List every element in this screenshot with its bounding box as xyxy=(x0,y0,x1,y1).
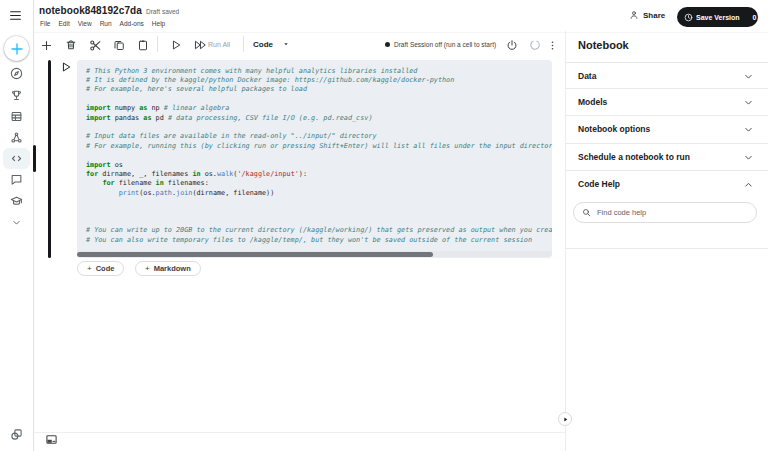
rp-section-label: Code Help xyxy=(578,179,620,189)
run-all-label[interactable]: Run All xyxy=(208,41,230,48)
rp-section-models[interactable]: Models xyxy=(578,89,754,115)
caret-down-icon[interactable] xyxy=(282,40,290,48)
draft-status: Draft saved xyxy=(146,8,179,15)
left-sidebar xyxy=(0,31,33,451)
save-version-label: Save Version xyxy=(696,14,740,21)
code-cell[interactable]: # This Python 3 environment comes with m… xyxy=(77,60,552,258)
kebab-menu-icon[interactable] xyxy=(544,37,560,53)
chevron-down-icon xyxy=(743,97,754,108)
version-count[interactable]: 0 xyxy=(749,14,762,21)
panel-collapse-handle[interactable] xyxy=(558,412,572,426)
toolbar-divider-2 xyxy=(243,36,244,52)
right-panel-divider xyxy=(565,31,566,451)
add-code-button[interactable]: +Code xyxy=(77,261,124,276)
save-version-button[interactable]: Save Version 0 xyxy=(677,7,758,27)
header-border xyxy=(33,32,768,33)
app-header: notebook848192c7da Draft saved FileEditV… xyxy=(0,0,768,31)
sidebar-item-learn[interactable] xyxy=(0,191,33,212)
cut-cell-icon[interactable] xyxy=(87,37,103,53)
discussions-icon xyxy=(10,173,23,186)
paste-cell-icon[interactable] xyxy=(135,37,151,53)
rp-section-code-help[interactable]: Code Help xyxy=(578,171,754,197)
sidebar-item-competitions[interactable] xyxy=(0,85,33,106)
share-icon xyxy=(629,10,639,20)
code-icon xyxy=(10,152,23,165)
menu-item-add-ons[interactable]: Add-ons xyxy=(120,20,144,27)
run-all-icon[interactable] xyxy=(192,37,208,53)
search-input[interactable] xyxy=(597,208,727,217)
active-events-icon[interactable] xyxy=(10,428,23,441)
rp-section-label: Models xyxy=(578,97,607,107)
add-cell-icon[interactable] xyxy=(38,37,54,53)
add-markdown-button[interactable]: +Markdown xyxy=(135,261,201,276)
share-label: Share xyxy=(643,11,665,20)
rp-section-label: Data xyxy=(578,71,596,81)
code-help-search[interactable] xyxy=(573,202,757,223)
copy-cell-icon[interactable] xyxy=(111,37,127,53)
rp-section-notebook-options[interactable]: Notebook options xyxy=(578,116,754,142)
session-status: Draft Session off (run a cell to start) xyxy=(385,41,496,48)
menu-item-view[interactable]: View xyxy=(78,20,92,27)
run-cell-icon[interactable] xyxy=(60,61,72,73)
compass-icon xyxy=(10,67,23,80)
delete-cell-icon[interactable] xyxy=(63,37,79,53)
chevron-up-icon xyxy=(743,179,754,190)
sidebar-item-more[interactable] xyxy=(0,212,33,233)
bottom-divider xyxy=(34,432,565,433)
sidebar-item-code[interactable] xyxy=(0,148,33,169)
session-status-text: Draft Session off (run a cell to start) xyxy=(394,41,496,48)
chevron-down-icon xyxy=(743,71,754,82)
cell-focus-bar xyxy=(48,60,51,258)
menu-item-help[interactable]: Help xyxy=(152,20,165,27)
menu-item-file[interactable]: File xyxy=(40,20,50,27)
rp-section-schedule-a-notebook-to-run[interactable]: Schedule a notebook to run xyxy=(578,144,754,170)
menu-item-run[interactable]: Run xyxy=(100,20,112,27)
session-circle-icon[interactable] xyxy=(527,37,543,53)
code-editor[interactable]: # This Python 3 environment comes with m… xyxy=(86,67,552,246)
sidebar-item-home[interactable] xyxy=(0,63,33,84)
console-icon[interactable] xyxy=(45,433,58,446)
chevron-down-icon xyxy=(11,217,22,228)
toolbar-divider xyxy=(157,36,158,52)
sidebar-item-models[interactable] xyxy=(0,127,33,148)
hamburger-menu-icon[interactable] xyxy=(9,10,22,21)
share-button[interactable]: Share xyxy=(629,10,665,20)
sidebar-divider xyxy=(33,0,34,451)
rp-divider xyxy=(566,248,768,249)
chevron-down-icon xyxy=(743,124,754,135)
sidebar-item-discussions[interactable] xyxy=(0,169,33,190)
session-dot-icon xyxy=(385,42,390,47)
rp-section-label: Schedule a notebook to run xyxy=(578,152,690,162)
run-icon[interactable] xyxy=(168,37,184,53)
sidebar-active-indicator xyxy=(33,145,36,172)
power-icon[interactable] xyxy=(504,37,520,53)
rp-section-data[interactable]: Data xyxy=(578,63,754,89)
rp-section-label: Notebook options xyxy=(578,124,650,134)
right-panel-title: Notebook xyxy=(578,39,629,51)
sidebar-item-datasets[interactable] xyxy=(0,106,33,127)
trophy-icon xyxy=(10,89,23,102)
menu-bar: FileEditViewRunAdd-onsHelp xyxy=(40,20,165,27)
cell-hscrollbar-thumb[interactable] xyxy=(77,252,433,258)
menu-item-edit[interactable]: Edit xyxy=(58,20,69,27)
datasets-icon xyxy=(10,110,23,123)
models-icon xyxy=(10,131,23,144)
search-icon xyxy=(582,208,591,217)
cell-type-selector[interactable]: Code xyxy=(253,40,273,49)
learn-icon xyxy=(10,195,23,208)
create-button[interactable] xyxy=(4,36,29,61)
notebook-title[interactable]: notebook848192c7da xyxy=(39,5,142,16)
history-clock-icon xyxy=(684,13,693,22)
chevron-down-icon xyxy=(743,152,754,163)
